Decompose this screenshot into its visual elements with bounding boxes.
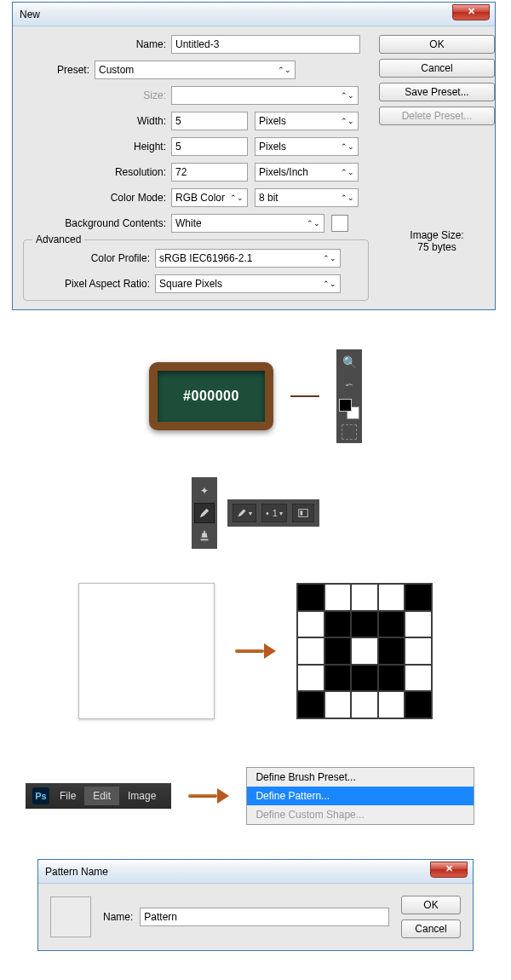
dialog-title: Pattern Name [45,866,108,878]
menubar-item-edit[interactable]: Edit [84,787,119,805]
save-preset-button[interactable]: Save Preset... [379,83,495,101]
foreground-background-colors[interactable] [339,399,359,419]
preset-select[interactable]: Custom ⌃⌄ [95,61,296,79]
par-select[interactable]: Square Pixels ⌃⌄ [155,274,341,293]
name-input[interactable] [171,35,360,54]
pattern-cell [405,691,432,718]
menubar-item-file[interactable]: File [51,787,84,805]
menu-item[interactable]: Define Pattern... [247,787,474,805]
clone-stamp-icon[interactable] [194,525,215,545]
image-size-readout: Image Size: 75 bytes [379,229,495,253]
advanced-fieldset: Advanced Color Profile: sRGB IEC61966-2.… [23,239,369,301]
pattern-cell [297,637,324,665]
pattern-cell [297,611,324,638]
color-picker-illustration: #000000 🔍 ⤺ [106,349,405,443]
pattern-cell [324,691,352,718]
chevron-updown-icon: ⌃⌄ [341,168,354,176]
chevron-updown-icon: ⌃⌄ [341,117,354,125]
preset-value: Custom [99,64,134,76]
height-label: Height: [40,141,171,153]
chevron-updown-icon: ⌃⌄ [323,280,336,288]
pattern-cell [405,637,432,665]
chevron-updown-icon: ⌃⌄ [323,254,336,262]
pattern-cell [378,665,405,692]
colordepth-select[interactable]: 8 bit ⌃⌄ [255,188,359,207]
chevron-updown-icon: ⌃⌄ [341,142,354,151]
width-unit-select[interactable]: Pixels ⌃⌄ [255,112,359,130]
pattern-cell [351,584,378,611]
colormode-select[interactable]: RGB Color ⌃⌄ [171,188,248,207]
height-input[interactable] [171,137,248,156]
toolbar-strip: 🔍 ⤺ [336,349,362,443]
app-menubar: Ps FileEditImage [26,783,171,809]
dialog-titlebar[interactable]: Pattern Name ✕ [38,860,473,884]
brush-panel-toggle[interactable] [292,504,314,522]
ok-button[interactable]: OK [401,896,461,914]
width-unit-value: Pixels [259,115,286,127]
colorprofile-value: sRGB IEC61966-2.1 [159,252,252,264]
pattern-cell [351,611,378,638]
pattern-cell [351,637,378,665]
resolution-input[interactable] [171,163,248,182]
height-unit-select[interactable]: Pixels ⌃⌄ [255,137,359,156]
close-icon[interactable]: ✕ [452,4,490,20]
chalkboard: #000000 [149,362,273,430]
pattern-cell [378,584,405,611]
pencil-tool-illustration: ✦ ▾ • 1 ▾ [102,477,409,549]
ps-logo-icon: Ps [32,787,49,804]
pencil-tool-icon[interactable] [194,503,215,523]
height-unit-value: Pixels [259,141,286,153]
cancel-button[interactable]: Cancel [379,59,495,78]
blank-canvas [78,583,215,719]
pattern-canvas [296,583,433,719]
pattern-drawing-illustration [68,583,443,719]
pattern-thumbnail [50,896,91,937]
brush-preset-picker[interactable]: • 1 ▾ [261,504,287,522]
tools-column: ✦ [192,477,217,549]
new-document-dialog: New ✕ Name: Preset: Custom ⌃⌄ [12,2,496,310]
tool-preset-picker[interactable]: ▾ [233,504,256,522]
size-select: ⌃⌄ [171,86,359,105]
name-label: Name: [23,38,171,50]
define-pattern-menu-illustration: Ps FileEditImage Define Brush Preset...D… [26,767,485,825]
pattern-cell [324,611,352,638]
quickmask-icon[interactable] [342,424,357,440]
bgcontents-value: White [175,217,202,229]
healing-brush-icon[interactable]: ✦ [194,481,215,501]
width-input[interactable] [171,112,248,130]
tool-options-bar: ▾ • 1 ▾ [227,499,319,527]
par-value: Square Pixels [159,278,222,290]
zoom-icon[interactable]: 🔍 [340,353,359,372]
arrow-right-icon [235,643,276,659]
pattern-cell [405,665,432,692]
bg-color-swatch[interactable] [331,215,348,232]
pattern-cell [378,637,405,665]
dialog-titlebar[interactable]: New ✕ [13,3,495,26]
menubar-item-image[interactable]: Image [119,787,164,805]
bgcontents-label: Background Contents: [40,217,171,229]
chevron-updown-icon: ⌃⌄ [341,193,354,202]
colorprofile-label: Color Profile: [31,252,155,264]
size-label: Size: [40,89,171,101]
colordepth-value: 8 bit [259,192,278,204]
pattern-cell [405,584,432,611]
close-icon[interactable]: ✕ [430,862,468,878]
delete-preset-button: Delete Preset... [379,107,495,125]
resolution-unit-value: Pixels/Inch [259,166,308,178]
pattern-cell [297,584,324,611]
name-label: Name: [103,911,133,923]
connector-line [290,395,319,397]
colorprofile-select[interactable]: sRGB IEC61966-2.1 ⌃⌄ [155,249,341,268]
ok-button[interactable]: OK [379,35,495,54]
dialog-title: New [20,9,40,20]
pattern-cell [351,691,378,718]
pattern-name-input[interactable] [140,908,389,926]
advanced-legend: Advanced [32,233,84,245]
foreground-color-swatch[interactable] [339,399,352,412]
resolution-unit-select[interactable]: Pixels/Inch ⌃⌄ [255,163,359,182]
menu-item[interactable]: Define Brush Preset... [247,768,474,787]
swap-colors-icon[interactable]: ⤺ [340,375,359,394]
cancel-button[interactable]: Cancel [401,919,461,938]
bgcontents-select[interactable]: White ⌃⌄ [171,214,324,233]
image-size-value: 75 bytes [379,241,495,253]
